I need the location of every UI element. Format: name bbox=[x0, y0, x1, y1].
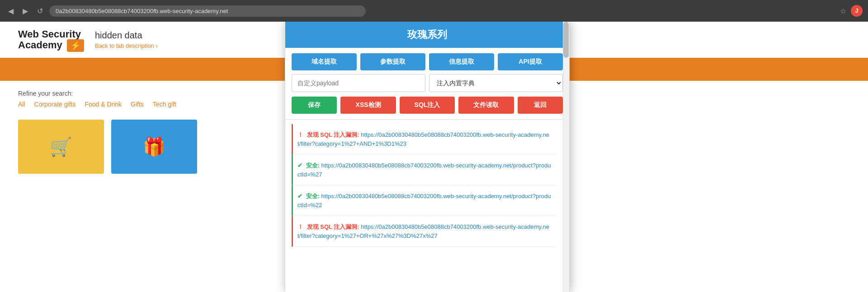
result-label-2: 安全: bbox=[306, 162, 321, 169]
save-button[interactable]: 保存 bbox=[292, 97, 337, 114]
result-label-3: 安全: bbox=[306, 193, 321, 199]
result-item-safe-2: ✔ 安全: https://0a2b00830480b5e08088cb7400… bbox=[292, 185, 557, 216]
browser-actions: ☆ J bbox=[838, 5, 863, 17]
wsa-title: hidden data bbox=[95, 30, 158, 41]
address-bar[interactable]: 0a2b00830480b5e08088cb74003200fb.web-sec… bbox=[49, 5, 366, 17]
result-item-safe-1: ✔ 安全: https://0a2b00830480b5e08088cb7400… bbox=[292, 155, 557, 185]
refine-link-gifts[interactable]: Gifts bbox=[131, 101, 144, 108]
wsa-logo-text: Web Security Academy ⚡ bbox=[18, 29, 84, 51]
payload-input[interactable] bbox=[292, 74, 425, 92]
sql-inject-button[interactable]: SQL注入 bbox=[400, 97, 455, 114]
wsa-header-info: hidden data Back to lab description › bbox=[95, 30, 158, 49]
modal-results[interactable]: ！ 发现 SQL 注入漏洞: https://0a2b00830480b5e08… bbox=[285, 119, 563, 292]
refine-link-food[interactable]: Food & Drink bbox=[85, 101, 122, 108]
product-thumb-1: 🛒 bbox=[18, 120, 104, 174]
result-label-1: 发现 SQL 注入漏洞: bbox=[307, 131, 361, 138]
safe-icon-1: ✔ bbox=[297, 162, 302, 169]
dict-select[interactable]: 注入内置字典 bbox=[429, 74, 563, 92]
domain-extract-button[interactable]: 域名提取 bbox=[292, 53, 357, 70]
info-extract-button[interactable]: 信息提取 bbox=[429, 53, 494, 70]
reload-button[interactable]: ↺ bbox=[34, 5, 46, 17]
logo-badge: ⚡ bbox=[67, 39, 84, 52]
file-read-button[interactable]: 文件读取 bbox=[458, 97, 514, 114]
modal-action-buttons: 保存 XSS检测 SQL注入 文件读取 返回 bbox=[285, 97, 569, 119]
modal-title: 玫瑰系列 bbox=[285, 22, 569, 48]
forward-button[interactable]: ▶ bbox=[20, 5, 31, 17]
refine-link-all[interactable]: All bbox=[18, 101, 25, 108]
modal-overlay: 玫瑰系列 域名提取 参数提取 信息提取 API提取 注入内置字典 保存 XSS检… bbox=[285, 22, 570, 292]
refine-link-corporate[interactable]: Corporate gifts bbox=[34, 101, 76, 108]
result-link-2[interactable]: https://0a2b00830480b5e08088cb74003200fb… bbox=[297, 162, 551, 178]
safe-icon-2: ✔ bbox=[297, 193, 302, 199]
browser-chrome: ◀ ▶ ↺ 0a2b00830480b5e08088cb74003200fb.w… bbox=[0, 0, 868, 22]
back-button[interactable]: ◀ bbox=[5, 5, 16, 17]
modal-nav-buttons: 域名提取 参数提取 信息提取 API提取 bbox=[285, 48, 569, 74]
result-item-vuln-1: ！ 发现 SQL 注入漏洞: https://0a2b00830480b5e08… bbox=[292, 124, 557, 155]
logo-line2: Academy bbox=[18, 39, 62, 51]
wsa-logo: Web Security Academy ⚡ bbox=[18, 29, 84, 51]
scrollbar-thumb[interactable] bbox=[563, 22, 569, 58]
param-extract-button[interactable]: 参数提取 bbox=[360, 53, 425, 70]
product-thumb-2: 🎁 bbox=[111, 120, 197, 174]
wsa-back-link[interactable]: Back to lab description › bbox=[95, 42, 158, 49]
api-extract-button[interactable]: API提取 bbox=[498, 53, 563, 70]
logo-line1: Web Security bbox=[18, 28, 81, 40]
vuln-icon-2: ！ bbox=[297, 223, 303, 230]
scrollbar-track[interactable] bbox=[563, 22, 569, 292]
back-button-modal[interactable]: 返回 bbox=[518, 97, 563, 114]
xss-detect-button[interactable]: XSS检测 bbox=[340, 97, 396, 114]
vuln-icon-1: ！ bbox=[297, 131, 303, 138]
result-item-vuln-2: ！ 发现 SQL 注入漏洞: https://0a2b00830480b5e08… bbox=[292, 216, 557, 247]
bookmark-icon[interactable]: ☆ bbox=[838, 5, 848, 17]
result-label-4: 发现 SQL 注入漏洞: bbox=[307, 223, 361, 230]
page-content: Web Security Academy ⚡ hidden data Back … bbox=[0, 22, 868, 292]
refine-link-tech[interactable]: Tech gift bbox=[153, 101, 176, 108]
modal-input-row: 注入内置字典 bbox=[285, 74, 569, 97]
avatar: J bbox=[851, 5, 863, 17]
result-link-3[interactable]: https://0a2b00830480b5e08088cb74003200fb… bbox=[297, 193, 551, 209]
